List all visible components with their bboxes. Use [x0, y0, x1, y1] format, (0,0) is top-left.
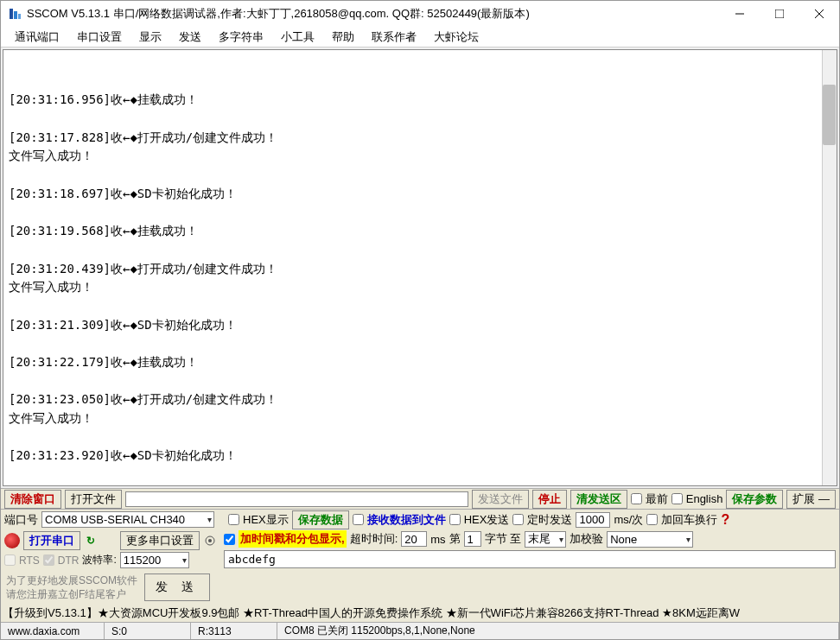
stop-button[interactable]: 停止 — [532, 490, 567, 509]
send-file-button[interactable]: 发送文件 — [472, 490, 529, 509]
svg-point-8 — [208, 539, 212, 542]
send-textarea[interactable]: abcdefg — [224, 550, 836, 568]
clear-window-button[interactable]: 清除窗口 — [4, 490, 61, 509]
expand-button[interactable]: 扩展 — — [786, 490, 836, 509]
app-icon — [8, 7, 22, 21]
ms-label: ms/次 — [614, 512, 643, 528]
menu-item[interactable]: 多字符串 — [210, 28, 272, 47]
status-com: COM8 已关闭 115200bps,8,1,None,None — [277, 623, 839, 639]
hex-send-label: HEX发送 — [464, 512, 510, 528]
english-label: English — [686, 492, 723, 505]
recv-file-label: 接收数据到文件 — [367, 512, 446, 528]
svg-rect-4 — [775, 10, 784, 18]
topmost-checkbox[interactable] — [631, 493, 642, 504]
menu-item[interactable]: 通讯端口 — [6, 28, 68, 47]
status-recv: R:3113 — [191, 623, 277, 639]
timestamp-checkbox[interactable] — [224, 534, 235, 545]
english-checkbox[interactable] — [671, 493, 683, 504]
add-cr-label: 加回车换行 — [661, 512, 717, 528]
svg-rect-1 — [14, 11, 17, 19]
terminal-output[interactable]: [20:31:16.956]收←◆挂载成功！ [20:31:17.828]收←◆… — [3, 49, 837, 486]
menu-item[interactable]: 帮助 — [323, 28, 363, 47]
byte-input[interactable] — [464, 531, 481, 547]
byte-label-1: 第 — [449, 531, 461, 547]
open-file-button[interactable]: 打开文件 — [65, 490, 122, 509]
promo-text-1: 为了更好地发展SSCOM软件 — [6, 574, 137, 586]
help-icon[interactable]: ? — [721, 512, 729, 528]
promo-text-2: 请您注册嘉立创F结尾客户 — [6, 588, 137, 600]
file-path-input[interactable] — [125, 491, 468, 507]
close-button[interactable] — [799, 1, 839, 27]
topmost-label: 最前 — [646, 491, 668, 507]
dtr-checkbox[interactable] — [43, 554, 54, 566]
recv-file-checkbox[interactable] — [353, 514, 364, 525]
status-sent: S:0 — [105, 623, 191, 639]
add-check-label: 加校验 — [570, 531, 603, 547]
svg-rect-0 — [10, 9, 13, 19]
control-row-1: 清除窗口 打开文件 发送文件 停止 清发送区 最前 English 保存参数 扩… — [1, 488, 839, 509]
reload-icon[interactable]: ↻ — [84, 534, 98, 548]
more-port-cfg-button[interactable]: 更多串口设置 — [120, 531, 200, 550]
control-row-2: 端口号 COM8 USB-SERIAL CH340 HEX显示 保存数据 接收数… — [1, 509, 839, 529]
menu-item[interactable]: 联系作者 — [363, 28, 425, 47]
menu-item[interactable]: 显示 — [130, 28, 170, 47]
hex-show-label: HEX显示 — [243, 512, 289, 528]
clear-send-button[interactable]: 清发送区 — [570, 490, 627, 509]
timed-send-label: 定时发送 — [527, 512, 572, 528]
interval-input[interactable] — [576, 512, 610, 528]
byte-end-dropdown[interactable]: 末尾 — [525, 531, 566, 548]
check-dropdown[interactable]: None — [607, 531, 693, 548]
timeout-label: 超时时间: — [350, 531, 398, 547]
menubar: 通讯端口 串口设置 显示 发送 多字符串 小工具 帮助 联系作者 大虾论坛 — [1, 27, 839, 48]
titlebar: SSCOM V5.13.1 串口/网络数据调试器,作者:大虾丁丁,2618058… — [1, 1, 839, 27]
send-button[interactable]: 发 送 — [144, 573, 210, 601]
hex-send-checkbox[interactable] — [449, 514, 461, 525]
window-title: SSCOM V5.13.1 串口/网络数据调试器,作者:大虾丁丁,2618058… — [27, 6, 720, 22]
save-params-button[interactable]: 保存参数 — [726, 490, 783, 509]
baud-dropdown[interactable]: 115200 — [120, 552, 189, 568]
dtr-label: DTR — [58, 554, 80, 567]
port-label: 端口号 — [4, 512, 38, 528]
menu-item[interactable]: 串口设置 — [68, 28, 130, 47]
open-port-button[interactable]: 打开串口 — [23, 531, 80, 550]
control-row-3: 打开串口 ↻ 更多串口设置 RTS DTR 波特率: 115200 加时间戳和分… — [1, 529, 839, 570]
add-cr-checkbox[interactable] — [646, 514, 658, 525]
timed-send-checkbox[interactable] — [512, 514, 524, 525]
footer-links[interactable]: 【升级到V5.13.1】★大资源MCU开发板9.9包邮 ★RT-Thread中国… — [1, 605, 839, 622]
menu-item[interactable]: 小工具 — [272, 28, 323, 47]
status-url[interactable]: www.daxia.com — [1, 623, 105, 639]
port-dropdown[interactable]: COM8 USB-SERIAL CH340 — [41, 511, 214, 528]
baud-label: 波特率: — [82, 553, 116, 567]
maximize-button[interactable] — [760, 1, 799, 27]
status-bar: www.daxia.com S:0 R:3113 COM8 已关闭 115200… — [1, 622, 839, 639]
ms-label: ms — [430, 533, 445, 546]
byte-label-2: 字节 至 — [485, 531, 522, 547]
menu-item[interactable]: 大虾论坛 — [425, 28, 487, 47]
timestamp-label: 加时间戳和分包显示, — [239, 530, 347, 548]
timeout-input[interactable] — [401, 531, 427, 547]
minimize-button[interactable] — [720, 1, 760, 27]
scrollbar[interactable] — [822, 50, 837, 485]
save-data-button[interactable]: 保存数据 — [292, 510, 349, 529]
hex-show-checkbox[interactable] — [228, 514, 239, 525]
svg-rect-2 — [18, 14, 21, 19]
rts-checkbox[interactable] — [4, 554, 16, 566]
record-icon — [4, 533, 20, 548]
gear-icon — [203, 534, 217, 548]
menu-item[interactable]: 发送 — [170, 28, 210, 47]
rts-label: RTS — [19, 554, 40, 567]
